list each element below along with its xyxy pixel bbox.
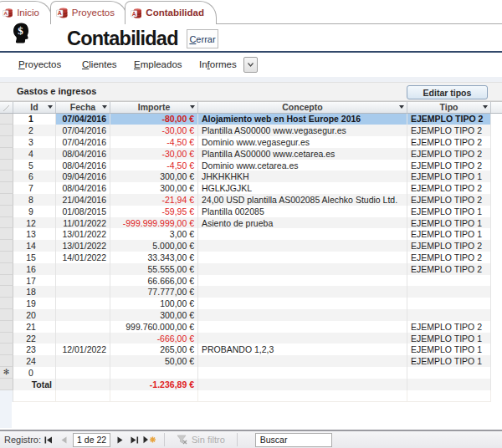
informes-dropdown-button[interactable] bbox=[243, 57, 258, 73]
concepto-cell[interactable] bbox=[198, 252, 407, 263]
importe-cell[interactable]: -666,00 € bbox=[110, 333, 198, 344]
concepto-cell[interactable] bbox=[198, 333, 407, 344]
nav-link-clientes[interactable]: Clientes bbox=[82, 59, 117, 69]
importe-cell[interactable]: 265,00 € bbox=[110, 344, 198, 355]
id-cell[interactable]: 14 bbox=[13, 240, 56, 252]
tab-contabilidad[interactable]: A Contabilidad bbox=[125, 1, 217, 24]
concepto-cell[interactable] bbox=[198, 355, 407, 367]
concepto-cell[interactable]: Plantilla 002085 bbox=[198, 206, 407, 217]
id-cell[interactable]: 15 bbox=[13, 252, 56, 263]
id-cell[interactable]: 4 bbox=[13, 148, 56, 160]
fecha-cell[interactable]: 09/04/2016 bbox=[56, 171, 110, 182]
fecha-cell[interactable] bbox=[56, 298, 110, 309]
record-position-box[interactable]: 1 de 22 bbox=[73, 433, 110, 447]
concepto-cell[interactable]: JHKHKHKH bbox=[198, 171, 407, 182]
fecha-cell[interactable] bbox=[56, 333, 110, 344]
concepto-cell[interactable]: Alojamiento web en Host Europe 2016 bbox=[198, 114, 407, 125]
fecha-cell[interactable]: 01/08/2015 bbox=[56, 206, 110, 217]
importe-cell[interactable]: -80,00 € bbox=[110, 114, 198, 125]
search-box[interactable]: Buscar bbox=[255, 433, 332, 447]
id-cell[interactable]: 23 bbox=[13, 344, 56, 355]
row-selector[interactable] bbox=[0, 286, 13, 298]
importe-cell[interactable]: -4,50 € bbox=[110, 136, 198, 148]
tipo-cell[interactable]: EJEMPLO TIPO 1 bbox=[407, 206, 491, 217]
nav-link-informes[interactable]: Informes bbox=[199, 59, 237, 69]
id-cell[interactable]: 21 bbox=[13, 321, 56, 333]
importe-cell[interactable]: 66.666,00 € bbox=[110, 275, 198, 287]
tipo-cell[interactable]: EJEMPLO TIPO 1 bbox=[407, 344, 491, 355]
concepto-cell[interactable] bbox=[198, 309, 407, 321]
cerrar-button[interactable]: Cerrar bbox=[187, 29, 218, 48]
id-cell[interactable]: 16 bbox=[13, 263, 56, 275]
importe-cell[interactable]: 5.000,00 € bbox=[110, 240, 198, 252]
importe-cell[interactable]: -30,00 € bbox=[110, 148, 198, 160]
fecha-cell[interactable]: 11/01/2022 bbox=[56, 217, 110, 229]
row-selector[interactable] bbox=[0, 160, 13, 171]
tab-inicio[interactable]: A Inicio bbox=[0, 1, 52, 24]
id-cell[interactable]: 9 bbox=[13, 206, 56, 217]
tipo-cell[interactable]: EJEMPLO TIPO 2 bbox=[407, 125, 491, 136]
new-record-button[interactable] bbox=[142, 432, 157, 447]
row-selector[interactable] bbox=[0, 125, 13, 136]
id-cell[interactable]: 12 bbox=[13, 217, 56, 229]
id-cell[interactable]: 20 bbox=[13, 309, 56, 321]
fecha-cell[interactable]: 21/04/2016 bbox=[56, 194, 110, 206]
concepto-cell[interactable]: HGLKJGJKL bbox=[198, 182, 407, 194]
fecha-cell[interactable] bbox=[56, 367, 110, 379]
row-selector[interactable] bbox=[0, 252, 13, 263]
tipo-cell[interactable]: EJEMPLO TIPO 2 bbox=[407, 136, 491, 148]
fecha-cell[interactable] bbox=[56, 355, 110, 367]
tipo-cell[interactable] bbox=[407, 379, 491, 390]
id-cell[interactable]: 5 bbox=[13, 160, 56, 171]
column-header-tipo[interactable]: Tipo bbox=[407, 102, 491, 113]
importe-cell[interactable]: -1.236,89 € bbox=[110, 379, 198, 390]
column-header-fecha[interactable]: Fecha bbox=[56, 102, 110, 113]
tipo-cell[interactable]: EJEMPLO TIPO 2 bbox=[407, 252, 491, 263]
nav-link-proyectos[interactable]: Proyectos bbox=[18, 59, 61, 69]
concepto-cell[interactable] bbox=[198, 240, 407, 252]
first-record-button[interactable] bbox=[41, 432, 56, 447]
filter-arrow-icon[interactable] bbox=[48, 105, 53, 109]
column-header-concepto[interactable]: Concepto bbox=[198, 102, 407, 113]
tipo-cell[interactable]: EJEMPLO TIPO 2 bbox=[407, 240, 491, 252]
select-all-corner[interactable] bbox=[0, 102, 13, 113]
filter-arrow-icon[interactable] bbox=[399, 105, 404, 109]
tipo-cell[interactable] bbox=[407, 286, 491, 298]
row-selector[interactable] bbox=[0, 333, 13, 344]
column-header-id[interactable]: Id bbox=[13, 102, 56, 113]
fecha-cell[interactable]: 08/04/2016 bbox=[56, 182, 110, 194]
tipo-cell[interactable]: EJEMPLO TIPO 2 bbox=[407, 321, 491, 333]
fecha-cell[interactable] bbox=[56, 379, 110, 390]
concepto-cell[interactable] bbox=[198, 367, 407, 379]
concepto-cell[interactable] bbox=[198, 275, 407, 287]
row-selector[interactable] bbox=[0, 321, 13, 333]
fecha-cell[interactable]: 07/04/2016 bbox=[56, 136, 110, 148]
tipo-cell[interactable]: EJEMPLO TIPO 2 bbox=[407, 182, 491, 194]
row-selector[interactable] bbox=[0, 275, 13, 287]
previous-record-button[interactable] bbox=[56, 432, 71, 447]
id-cell[interactable]: 3 bbox=[13, 136, 56, 148]
fecha-cell[interactable]: 08/04/2016 bbox=[56, 148, 110, 160]
tipo-cell[interactable] bbox=[407, 309, 491, 321]
tipo-cell[interactable] bbox=[407, 298, 491, 309]
id-cell[interactable]: 2 bbox=[13, 125, 56, 136]
id-cell[interactable]: 7 bbox=[13, 182, 56, 194]
fecha-cell[interactable]: 14/01/2022 bbox=[56, 252, 110, 263]
concepto-cell[interactable] bbox=[198, 228, 407, 240]
row-selector[interactable] bbox=[0, 309, 13, 321]
fecha-cell[interactable] bbox=[56, 286, 110, 298]
importe-cell[interactable]: 3,00 € bbox=[110, 228, 198, 240]
importe-cell[interactable]: 300,00 € bbox=[110, 182, 198, 194]
total-label-cell[interactable]: Total bbox=[13, 379, 56, 390]
fecha-cell[interactable] bbox=[56, 321, 110, 333]
concepto-cell[interactable] bbox=[198, 321, 407, 333]
importe-cell[interactable]: 300,00 € bbox=[110, 171, 198, 182]
id-cell[interactable]: 13 bbox=[13, 228, 56, 240]
concepto-cell[interactable] bbox=[198, 298, 407, 309]
id-cell[interactable]: 17 bbox=[13, 275, 56, 287]
id-cell[interactable]: 18 bbox=[13, 286, 56, 298]
concepto-cell[interactable]: Asiento de prueba bbox=[198, 217, 407, 229]
concepto-cell[interactable]: Dominio www.vegasegur.es bbox=[198, 136, 407, 148]
importe-cell[interactable]: -21,94 € bbox=[110, 194, 198, 206]
next-record-button[interactable] bbox=[112, 432, 127, 447]
